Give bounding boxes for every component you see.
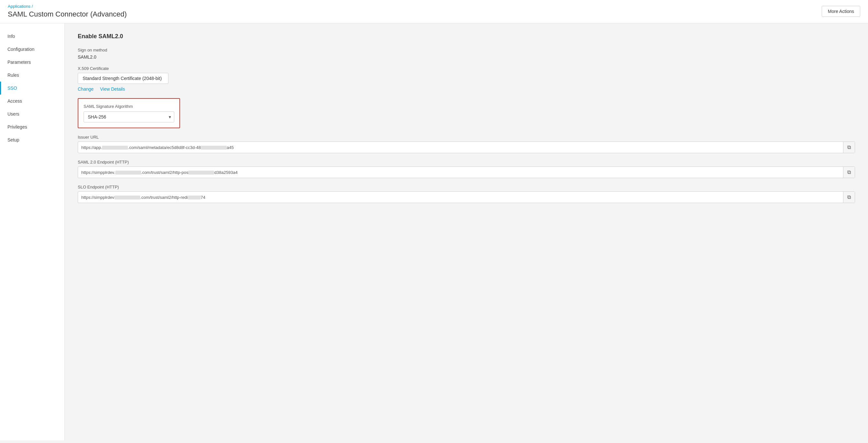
copy-icon-3: ⧉ <box>847 194 851 200</box>
issuer-url-field: https://app..com/saml/metadata/ec5d8d8f-… <box>78 141 855 153</box>
slo-endpoint-redacted2 <box>188 196 201 199</box>
signature-algorithm-select[interactable]: SHA-256 SHA-1 <box>84 112 174 122</box>
issuer-url-group: Issuer URL https://app..com/saml/metadat… <box>78 135 855 153</box>
sidebar-item-access[interactable]: Access <box>0 95 64 107</box>
signature-algorithm-label: SAML Signature Algorithm <box>84 104 174 109</box>
header: Applications / SAML Custom Connector (Ad… <box>0 0 868 23</box>
sign-on-method-value: SAML2.0 <box>78 54 855 60</box>
page-title: SAML Custom Connector (Advanced) <box>8 10 127 19</box>
change-button[interactable]: Change <box>78 87 94 92</box>
issuer-url-copy-button[interactable]: ⧉ <box>843 142 855 153</box>
saml-endpoint-suffix: d38a2593a4 <box>214 170 238 175</box>
sidebar-item-privileges[interactable]: Privileges <box>0 121 64 133</box>
cert-actions: Change View Details <box>78 87 855 92</box>
copy-icon-2: ⧉ <box>847 169 851 175</box>
issuer-url-label: Issuer URL <box>78 135 855 139</box>
sidebar-item-users[interactable]: Users <box>0 107 64 121</box>
saml-endpoint-copy-button[interactable]: ⧉ <box>843 167 855 178</box>
slo-endpoint-label: SLO Endpoint (HTTP) <box>78 185 855 189</box>
saml-endpoint-prefix: https://simpplrdev. <box>81 170 115 175</box>
slo-endpoint-prefix: https://simpplrdev <box>81 195 114 200</box>
issuer-url-suffix: a45 <box>227 145 234 150</box>
saml-endpoint-label: SAML 2.0 Endpoint (HTTP) <box>78 160 855 164</box>
saml-endpoint-redacted <box>115 171 141 175</box>
sidebar: Info Configuration Parameters Rules SSO … <box>0 23 65 440</box>
cert-label: X.509 Certificate <box>78 66 855 71</box>
sign-on-method-group: Sign on method SAML2.0 <box>78 48 855 60</box>
saml-endpoint-group: SAML 2.0 Endpoint (HTTP) https://simpplr… <box>78 160 855 178</box>
issuer-url-redacted2 <box>201 146 227 150</box>
issuer-url-prefix: https://app. <box>81 145 102 150</box>
breadcrumb[interactable]: Applications / <box>8 4 127 9</box>
saml-endpoint-text: https://simpplrdev..com/trust/saml2/http… <box>78 167 843 178</box>
slo-endpoint-text: https://simpplrdev.com/trust/saml2/http-… <box>78 192 843 202</box>
view-details-button[interactable]: View Details <box>100 87 125 92</box>
signature-algorithm-box: SAML Signature Algorithm SHA-256 SHA-1 ▾ <box>78 98 180 128</box>
layout: Info Configuration Parameters Rules SSO … <box>0 23 868 440</box>
issuer-url-middle: .com/saml/metadata/ec5d8d8f-cc3d-48 <box>128 145 201 150</box>
sidebar-item-rules[interactable]: Rules <box>0 69 64 82</box>
saml-endpoint-middle: .com/trust/saml2/http-pos <box>141 170 188 175</box>
cert-group: X.509 Certificate Standard Strength Cert… <box>78 66 855 92</box>
slo-endpoint-redacted <box>114 196 140 199</box>
copy-icon: ⧉ <box>847 145 851 150</box>
sidebar-item-info[interactable]: Info <box>0 30 64 43</box>
slo-endpoint-field: https://simpplrdev.com/trust/saml2/http-… <box>78 191 855 203</box>
sidebar-item-sso[interactable]: SSO <box>0 82 64 95</box>
more-actions-button[interactable]: More Actions <box>822 6 860 17</box>
cert-value: Standard Strength Certificate (2048-bit) <box>78 73 168 84</box>
breadcrumb-link[interactable]: Applications / <box>8 4 33 9</box>
saml-endpoint-field: https://simpplrdev..com/trust/saml2/http… <box>78 166 855 178</box>
sidebar-item-setup[interactable]: Setup <box>0 133 64 146</box>
header-left: Applications / SAML Custom Connector (Ad… <box>8 4 127 19</box>
issuer-url-redacted1 <box>102 146 128 150</box>
slo-endpoint-copy-button[interactable]: ⧉ <box>843 192 855 203</box>
slo-endpoint-middle: .com/trust/saml2/http-redi <box>140 195 188 200</box>
signature-algorithm-select-wrapper: SHA-256 SHA-1 ▾ <box>84 112 174 122</box>
section-title: Enable SAML2.0 <box>78 33 855 40</box>
issuer-url-text: https://app..com/saml/metadata/ec5d8d8f-… <box>78 143 843 153</box>
main-content: Enable SAML2.0 Sign on method SAML2.0 X.… <box>65 23 868 440</box>
saml-endpoint-redacted2 <box>188 171 214 175</box>
slo-endpoint-group: SLO Endpoint (HTTP) https://simpplrdev.c… <box>78 185 855 203</box>
sidebar-item-configuration[interactable]: Configuration <box>0 43 64 56</box>
sidebar-item-parameters[interactable]: Parameters <box>0 56 64 69</box>
sign-on-method-label: Sign on method <box>78 48 855 53</box>
slo-endpoint-suffix: 74 <box>201 195 205 200</box>
